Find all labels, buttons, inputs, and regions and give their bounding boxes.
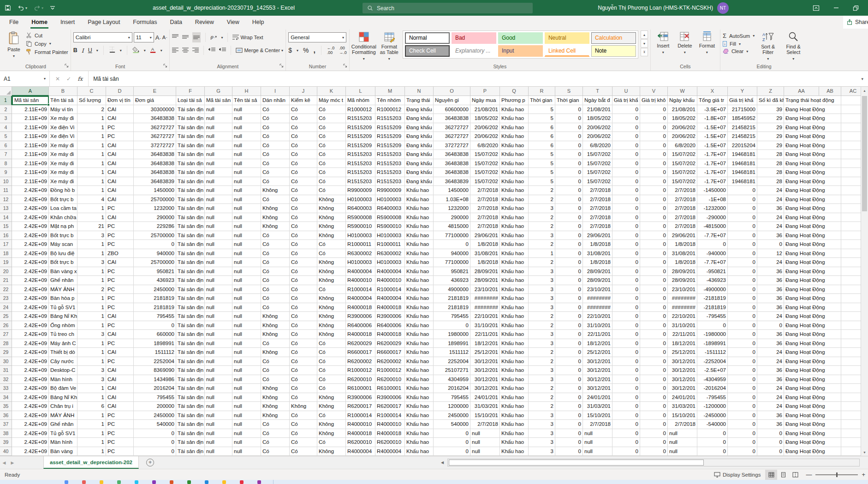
row-header-11[interactable]: 11 (0, 186, 12, 195)
cell-L1[interactable]: Mã nhóm (346, 96, 375, 105)
cell-X24[interactable]: -2181819 (697, 303, 728, 312)
cell-B9[interactable]: Xe máy đi (49, 168, 77, 177)
cell-Q5[interactable]: Khấu hao (500, 132, 529, 141)
cell-T33[interactable]: 30/12/201 (583, 384, 612, 393)
cell-U23[interactable]: 0 (612, 294, 640, 303)
column-header-U[interactable]: U (612, 87, 640, 96)
cell-W33[interactable]: 30/12/201 (668, 384, 697, 393)
column-header-B[interactable]: B (49, 87, 77, 96)
cell-W6[interactable]: 6/8/2020 (668, 141, 697, 150)
cell-M39[interactable]: R6200010 (375, 438, 405, 447)
cell-H14[interactable]: null (232, 213, 261, 222)
cell-E40[interactable]: 0 (134, 447, 176, 456)
cell-R18[interactable]: 1 (529, 249, 555, 258)
format-painter-button[interactable]: Format Painter (26, 49, 68, 55)
cell-P38[interactable]: null (470, 429, 500, 438)
cell-AC39[interactable] (841, 438, 861, 447)
cell-H8[interactable]: null (232, 159, 261, 168)
cell-Y8[interactable]: 19468181 (728, 159, 757, 168)
cell-Z40[interactable]: 0 (757, 447, 784, 456)
cell-G29[interactable]: null (205, 348, 232, 357)
cell-P8[interactable]: 15/07/202 (470, 159, 500, 168)
cell-D14[interactable]: CAI (106, 213, 134, 222)
cell-X13[interactable]: -1232000 (697, 204, 728, 213)
style-explanatory[interactable]: Explanatory ... (452, 45, 496, 57)
cell-J33[interactable]: Có (290, 384, 317, 393)
cell-X30[interactable]: -2252004 (697, 357, 728, 366)
cell-M26[interactable]: R6400006 (375, 321, 405, 330)
cell-G4[interactable]: null (205, 123, 232, 132)
column-header-C[interactable]: C (77, 87, 106, 96)
tab-page-layout[interactable]: Page Layout (81, 16, 126, 29)
cell-Y17[interactable]: 0 (728, 240, 757, 249)
cell-F38[interactable]: Tài sản địn (176, 429, 205, 438)
cell-J19[interactable]: Có (290, 258, 317, 267)
cell-AA39[interactable]: Đang Hoạt Động (784, 438, 819, 447)
column-header-D[interactable]: D (106, 87, 134, 96)
cell-AA20[interactable]: Đang Hoạt Động (784, 267, 819, 276)
cell-U25[interactable]: 0 (612, 312, 640, 321)
cell-D35[interactable]: CAI (106, 402, 134, 411)
cell-L29[interactable]: R6600017 (346, 348, 375, 357)
cell-Z25[interactable]: 24 (757, 312, 784, 321)
row-header-12[interactable]: 12 (0, 195, 12, 204)
cell-H23[interactable]: null (232, 294, 261, 303)
cell-B30[interactable]: Cây nước (49, 357, 77, 366)
cell-I35[interactable]: Không (261, 402, 290, 411)
cell-M15[interactable]: R5900010 (375, 222, 405, 231)
cell-E17[interactable]: 0 (134, 240, 176, 249)
cell-H38[interactable]: null (232, 429, 261, 438)
cell-P15[interactable]: 2/7/2018 (470, 222, 500, 231)
cell-AA32[interactable]: Đang Hoạt Động (784, 375, 819, 384)
cell-E32[interactable]: 1434986 (134, 375, 176, 384)
font-size-select[interactable]: 11▾ (134, 32, 154, 42)
cell-N27[interactable]: Khấu hao (405, 330, 434, 339)
cell-N31[interactable]: Khấu hao (405, 366, 434, 375)
cell-F12[interactable]: Tài sản địn (176, 195, 205, 204)
cell-I30[interactable]: Có (261, 357, 290, 366)
cell-A9[interactable]: 2.11E+09 (12, 168, 49, 177)
cell-Y34[interactable]: 0 (728, 393, 757, 402)
horizontal-scroll-thumb[interactable] (449, 460, 704, 466)
cell-T31[interactable]: 30/12/201 (583, 366, 612, 375)
cell-P4[interactable]: 20/06/202 (470, 123, 500, 132)
cell-V37[interactable]: 0 (640, 420, 668, 429)
cell-Z11[interactable]: 24 (757, 186, 784, 195)
cell-A15[interactable]: 2.42E+09 (12, 222, 49, 231)
cell-AA19[interactable]: Đang Hoạt Động (784, 258, 819, 267)
gallery-more-icon[interactable]: ⊻ (641, 48, 648, 56)
cell-F40[interactable]: Tài sản địn (176, 447, 205, 456)
column-header-M[interactable]: M (375, 87, 405, 96)
cell-H15[interactable]: null (232, 222, 261, 231)
cell-Q8[interactable]: Khấu hao (500, 159, 529, 168)
cell-J40[interactable]: Có (290, 447, 317, 456)
cell-A19[interactable]: 2.42E+09 (12, 258, 49, 267)
cell-V25[interactable]: 0 (640, 312, 668, 321)
cell-D16[interactable]: PC (106, 231, 134, 240)
cell-H26[interactable]: null (232, 321, 261, 330)
cell-C40[interactable]: 1 (77, 447, 106, 456)
cell-J24[interactable]: Có (290, 303, 317, 312)
cell-H17[interactable]: null (232, 240, 261, 249)
cell-K17[interactable]: Có (317, 240, 346, 249)
cell-Z29[interactable]: 24 (757, 348, 784, 357)
cell-H29[interactable]: null (232, 348, 261, 357)
cell-W28[interactable]: 18/12/201 (668, 339, 697, 348)
cell-F23[interactable]: Tài sản địn (176, 294, 205, 303)
cell-AA30[interactable]: Đang Hoạt Động (784, 357, 819, 366)
cell-C12[interactable]: 4 (77, 195, 106, 204)
cell-C39[interactable]: 1 (77, 438, 106, 447)
column-header-Y[interactable]: Y (728, 87, 757, 96)
cell-Z7[interactable]: 28 (757, 150, 784, 159)
row-header-13[interactable]: 13 (0, 204, 12, 213)
cell-O34[interactable]: 795455 (434, 393, 470, 402)
cell-F17[interactable]: Tài sản địn (176, 240, 205, 249)
cell-Q3[interactable]: Khấu hao (500, 114, 529, 123)
cell-T30[interactable]: 30/12/201 (583, 357, 612, 366)
cell-I17[interactable]: Có (261, 240, 290, 249)
cell-A36[interactable]: 2.42E+09 (12, 411, 49, 420)
cell-Z17[interactable]: 0 (757, 240, 784, 249)
cell-F28[interactable]: Tài sản địn (176, 339, 205, 348)
cell-R23[interactable]: 3 (529, 294, 555, 303)
cell-T11[interactable]: 2/7/2018 (583, 186, 612, 195)
